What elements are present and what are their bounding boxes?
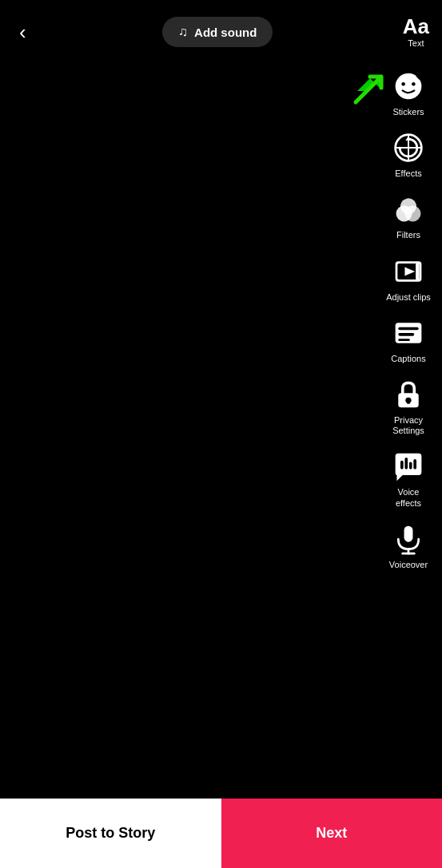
effects-label: Effects [395,168,421,179]
post-story-label: Post to Story [66,825,155,842]
next-label: Next [316,825,347,842]
privacy-settings-tool[interactable]: Privacy Settings [383,372,434,441]
next-button[interactable]: Next [221,799,443,868]
header: ‹ ♫ Add sound Aa Text [0,0,442,64]
voice-effects-label: Voice effects [396,487,421,508]
add-sound-label: Add sound [194,26,257,39]
voiceover-label: Voiceover [389,560,428,570]
svg-rect-23 [409,462,412,470]
text-tool-button[interactable]: Aa Text [403,16,429,48]
svg-point-3 [401,82,405,86]
effects-icon [391,130,426,165]
voiceover-icon [391,521,426,557]
green-arrow [349,70,388,112]
svg-rect-24 [413,459,416,470]
privacy-settings-label: Privacy Settings [392,415,424,436]
filters-tool[interactable]: Filters [383,187,434,245]
filters-icon [391,192,426,227]
svg-rect-15 [398,327,418,330]
adjust-clips-icon [391,254,426,289]
text-tool-label: Text [408,38,424,48]
svg-rect-13 [416,264,420,279]
svg-rect-22 [404,458,408,470]
stickers-icon [391,69,426,104]
filters-label: Filters [396,230,420,240]
adjust-clips-label: Adjust clips [386,292,431,303]
voice-effects-tool[interactable]: Voice effects [383,444,434,513]
svg-rect-25 [404,525,413,541]
captions-tool[interactable]: Captions [383,311,434,369]
bottom-bar: Post to Story Next [0,799,442,868]
effects-tool[interactable]: Effects [383,125,434,184]
svg-rect-20 [407,400,410,404]
svg-rect-17 [398,339,410,341]
privacy-settings-icon [391,377,426,412]
adjust-clips-tool[interactable]: Adjust clips [383,249,434,307]
stickers-label: Stickers [392,107,424,117]
svg-point-4 [412,82,416,86]
post-story-button[interactable]: Post to Story [0,799,221,868]
voiceover-tool[interactable]: Voiceover [383,517,434,575]
svg-rect-21 [400,461,404,470]
svg-point-9 [400,199,416,215]
voice-effects-icon [391,449,426,484]
captions-label: Captions [391,354,425,364]
svg-rect-16 [398,333,414,336]
add-sound-button[interactable]: ♫ Add sound [162,17,273,47]
stickers-tool[interactable]: Stickers [383,64,434,122]
text-aa-icon: Aa [403,16,429,37]
right-toolbar: Stickers Effects Filters [383,64,434,575]
captions-icon [391,315,426,351]
back-button[interactable]: ‹ [13,14,33,51]
music-icon: ♫ [178,25,188,39]
